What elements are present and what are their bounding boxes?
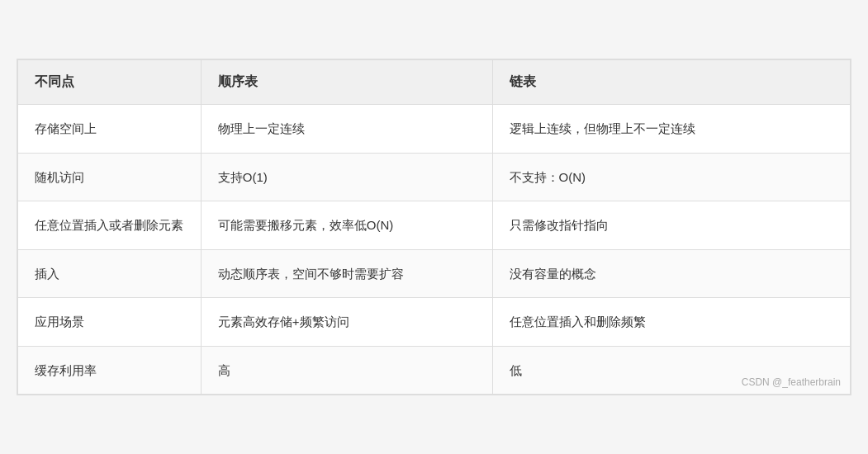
cell-link: 逻辑上连续，但物理上不一定连续 xyxy=(492,105,850,154)
table-row: 应用场景元素高效存储+频繁访问任意位置插入和删除频繁 xyxy=(18,298,851,347)
table-header-row: 不同点 顺序表 链表 xyxy=(18,60,851,105)
table-row: 插入动态顺序表，空间不够时需要扩容没有容量的概念 xyxy=(18,249,851,298)
cell-link: 不支持：O(N) xyxy=(492,153,850,201)
cell-diff: 缓存利用率 xyxy=(18,346,202,395)
header-seq: 顺序表 xyxy=(201,60,492,105)
cell-seq: 高 xyxy=(201,346,492,395)
comparison-table-container: 不同点 顺序表 链表 存储空间上物理上一定连续逻辑上连续，但物理上不一定连续随机… xyxy=(17,59,851,395)
cell-diff: 存储空间上 xyxy=(18,105,202,154)
table-row: 存储空间上物理上一定连续逻辑上连续，但物理上不一定连续 xyxy=(18,105,851,154)
cell-diff: 随机访问 xyxy=(18,153,202,201)
header-diff: 不同点 xyxy=(18,60,202,105)
watermark: CSDN @_featherbrain xyxy=(742,376,841,388)
cell-seq: 动态顺序表，空间不够时需要扩容 xyxy=(201,249,492,298)
cell-seq: 元素高效存储+频繁访问 xyxy=(201,298,492,347)
table-row: 缓存利用率高低 xyxy=(18,346,851,395)
cell-link: 只需修改指针指向 xyxy=(492,201,850,250)
cell-diff: 插入 xyxy=(18,249,202,298)
cell-diff: 应用场景 xyxy=(18,298,202,347)
table-row: 任意位置插入或者删除元素可能需要搬移元素，效率低O(N)只需修改指针指向 xyxy=(18,201,851,250)
cell-diff: 任意位置插入或者删除元素 xyxy=(18,201,202,250)
table-row: 随机访问支持O(1)不支持：O(N) xyxy=(18,153,851,201)
cell-link: 没有容量的概念 xyxy=(492,249,850,298)
cell-seq: 支持O(1) xyxy=(201,153,492,201)
cell-seq: 物理上一定连续 xyxy=(201,105,492,154)
comparison-table: 不同点 顺序表 链表 存储空间上物理上一定连续逻辑上连续，但物理上不一定连续随机… xyxy=(17,59,851,395)
cell-seq: 可能需要搬移元素，效率低O(N) xyxy=(201,201,492,250)
header-link: 链表 xyxy=(492,60,850,105)
cell-link: 任意位置插入和删除频繁 xyxy=(492,298,850,347)
